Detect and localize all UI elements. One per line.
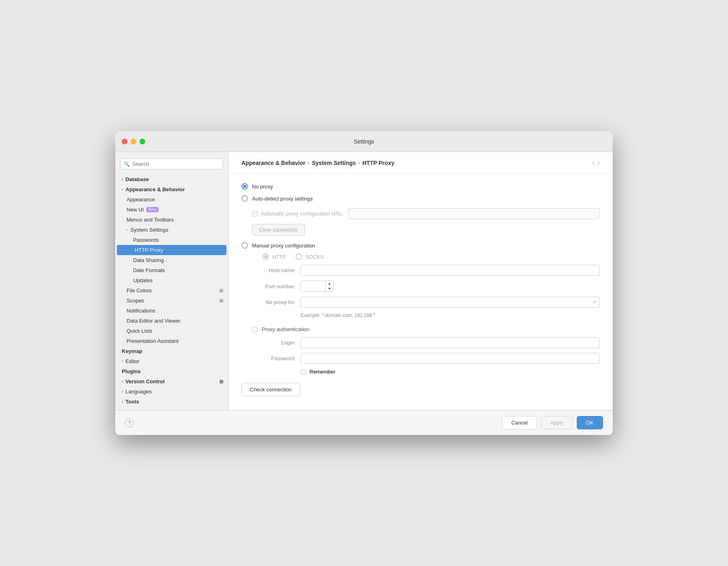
sidebar-item-menus-toolbars[interactable]: Menus and Toolbars xyxy=(115,215,228,225)
sidebar-item-plugins[interactable]: Plugins xyxy=(115,366,228,376)
auto-url-checkbox-row[interactable]: Automatic proxy configuration URL: xyxy=(252,211,343,217)
sidebar: 🔍 › Database › Appearance & Behavior App… xyxy=(115,152,229,410)
close-button[interactable] xyxy=(122,139,127,144)
ok-button[interactable]: OK xyxy=(577,416,603,429)
expand-icon: ⤢ xyxy=(593,299,597,304)
socks-radio[interactable] xyxy=(296,253,302,260)
apply-button[interactable]: Apply xyxy=(541,416,573,429)
remember-row[interactable]: Remember xyxy=(301,369,600,375)
no-proxy-radio[interactable] xyxy=(241,183,248,190)
login-input[interactable] xyxy=(301,337,600,348)
http-protocol-option[interactable]: HTTP xyxy=(262,253,286,260)
sidebar-item-http-proxy[interactable]: HTTP Proxy xyxy=(117,245,226,255)
remember-checkbox[interactable] xyxy=(301,369,306,375)
sidebar-item-new-ui[interactable]: New UI Beta xyxy=(115,205,228,215)
sidebar-item-label: Scopes xyxy=(127,298,144,304)
content-area: Appearance & Behavior › System Settings … xyxy=(229,152,613,410)
grid-icon: ▦ xyxy=(219,288,223,293)
breadcrumb-separator: › xyxy=(308,160,309,166)
proxy-auth-checkbox[interactable] xyxy=(252,327,258,332)
sidebar-item-data-sharing[interactable]: Data Sharing xyxy=(115,255,228,265)
nav-forward-button[interactable]: › xyxy=(598,159,600,167)
sidebar-item-label: Editor xyxy=(125,358,139,364)
sidebar-item-keymap[interactable]: Keymap xyxy=(115,346,228,356)
http-label: HTTP xyxy=(272,254,286,260)
socks-protocol-option[interactable]: SOCKS xyxy=(296,253,324,260)
port-input-wrap: 80 ▲ ▼ xyxy=(301,281,334,292)
proxy-auth-row[interactable]: Proxy authentication xyxy=(252,326,600,332)
sidebar-item-tools[interactable]: › Tools xyxy=(115,397,228,407)
sidebar-item-quick-lists[interactable]: Quick Lists xyxy=(115,326,228,336)
sidebar-item-version-control[interactable]: › Version Control ▦ xyxy=(115,376,228,386)
sidebar-item-data-editor[interactable]: Data Editor and Viewer xyxy=(115,316,228,326)
check-connection-button[interactable]: Check connection xyxy=(241,383,300,396)
http-radio[interactable] xyxy=(262,253,269,260)
password-input[interactable] xyxy=(301,353,600,364)
sidebar-item-appearance[interactable]: Appearance xyxy=(115,194,228,205)
manual-proxy-option[interactable]: Manual proxy configuration xyxy=(241,242,600,249)
password-label: Password: xyxy=(252,355,301,361)
nav-back-button[interactable]: ‹ xyxy=(592,159,594,167)
no-proxy-for-input[interactable] xyxy=(301,297,600,308)
login-row: Login: xyxy=(252,337,600,348)
login-label: Login: xyxy=(252,340,301,346)
host-name-row: Host name: xyxy=(252,265,600,276)
window-title: Settings xyxy=(354,138,375,145)
example-text: Example: *.domain.com, 192.168.* xyxy=(301,313,600,318)
sidebar-item-editor[interactable]: › Editor xyxy=(115,356,228,366)
socks-label: SOCKS xyxy=(305,254,324,260)
sidebar-item-appearance-behavior[interactable]: › Appearance & Behavior xyxy=(115,184,228,194)
sidebar-item-label: Appearance xyxy=(127,196,155,203)
sidebar-item-scopes[interactable]: Scopes ▦ xyxy=(115,296,228,306)
cancel-button[interactable]: Cancel xyxy=(502,416,537,429)
port-number-label: Port number: xyxy=(252,283,301,289)
chevron-right-icon: › xyxy=(122,177,123,182)
sidebar-item-system-settings[interactable]: › System Settings xyxy=(115,225,228,235)
sidebar-item-presentation-assistant[interactable]: Presentation Assistant xyxy=(115,336,228,346)
no-proxy-for-row: No proxy for: ⤢ xyxy=(252,297,600,308)
help-button[interactable]: ? xyxy=(125,418,134,427)
no-proxy-option[interactable]: No proxy xyxy=(241,183,600,190)
sidebar-item-label: Languages xyxy=(125,389,151,395)
auto-url-input[interactable] xyxy=(348,208,600,219)
sidebar-item-label: Database xyxy=(125,176,149,182)
sidebar-item-label: Version Control xyxy=(125,378,165,384)
remember-label: Remember xyxy=(309,369,335,375)
sidebar-item-label: Tools xyxy=(125,399,139,405)
search-icon: 🔍 xyxy=(124,161,130,167)
footer-buttons: Cancel Apply OK xyxy=(502,416,603,429)
chevron-down-icon: › xyxy=(125,229,129,230)
sidebar-item-updates[interactable]: Updates xyxy=(115,275,228,285)
auto-detect-radio[interactable] xyxy=(241,195,248,202)
port-decrement-button[interactable]: ▼ xyxy=(326,286,333,291)
sidebar-item-date-formats[interactable]: Date Formats xyxy=(115,265,228,275)
minimize-button[interactable] xyxy=(131,139,136,144)
search-input[interactable] xyxy=(132,161,220,167)
breadcrumb-part-3: HTTP Proxy xyxy=(362,160,394,166)
auto-detect-sub: Automatic proxy configuration URL: Clear… xyxy=(252,206,600,236)
sidebar-item-languages[interactable]: › Languages xyxy=(115,386,228,397)
sidebar-item-notifications[interactable]: Notifications xyxy=(115,306,228,316)
proxy-auth-label: Proxy authentication xyxy=(262,326,309,332)
manual-proxy-label: Manual proxy configuration xyxy=(252,243,315,249)
auto-detect-label: Auto-detect proxy settings xyxy=(252,196,313,202)
port-input[interactable]: 80 xyxy=(301,281,325,291)
search-box[interactable]: 🔍 xyxy=(120,158,223,169)
auto-url-checkbox[interactable] xyxy=(252,211,258,217)
sidebar-item-database[interactable]: › Database xyxy=(115,174,228,184)
sidebar-item-label: Menus and Toolbars xyxy=(127,217,174,223)
port-increment-button[interactable]: ▲ xyxy=(326,281,333,286)
breadcrumb-part-2: System Settings xyxy=(312,160,356,166)
host-name-label: Host name: xyxy=(252,267,301,273)
sidebar-item-passwords[interactable]: Passwords xyxy=(115,235,228,245)
maximize-button[interactable] xyxy=(140,139,145,144)
host-name-input[interactable] xyxy=(301,265,600,276)
chevron-right-icon: › xyxy=(122,359,123,363)
auto-detect-option[interactable]: Auto-detect proxy settings xyxy=(241,195,600,202)
clear-passwords-button[interactable]: Clear passwords xyxy=(252,224,305,236)
sidebar-item-file-colors[interactable]: File Colors ▦ xyxy=(115,285,228,296)
sidebar-item-label: System Settings xyxy=(130,227,168,233)
clear-passwords-row: Clear passwords xyxy=(252,224,600,236)
sidebar-item-label: Appearance & Behavior xyxy=(125,186,185,192)
manual-proxy-radio[interactable] xyxy=(241,242,248,249)
